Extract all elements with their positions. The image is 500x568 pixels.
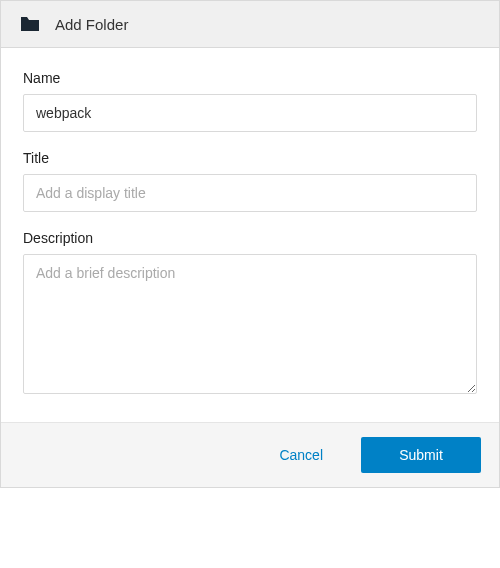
title-label: Title [23, 150, 477, 166]
folder-icon [19, 15, 41, 33]
submit-button[interactable]: Submit [361, 437, 481, 473]
description-label: Description [23, 230, 477, 246]
description-textarea[interactable] [23, 254, 477, 394]
title-field-group: Title [23, 150, 477, 212]
dialog-body: Name Title Description [1, 48, 499, 422]
dialog-header: Add Folder [1, 1, 499, 48]
dialog-footer: Cancel Submit [1, 422, 499, 487]
add-folder-dialog: Add Folder Name Title Description Cancel… [0, 0, 500, 488]
description-field-group: Description [23, 230, 477, 398]
name-field-group: Name [23, 70, 477, 132]
dialog-title: Add Folder [55, 16, 128, 33]
title-input[interactable] [23, 174, 477, 212]
name-input[interactable] [23, 94, 477, 132]
name-label: Name [23, 70, 477, 86]
cancel-button[interactable]: Cancel [251, 437, 351, 473]
